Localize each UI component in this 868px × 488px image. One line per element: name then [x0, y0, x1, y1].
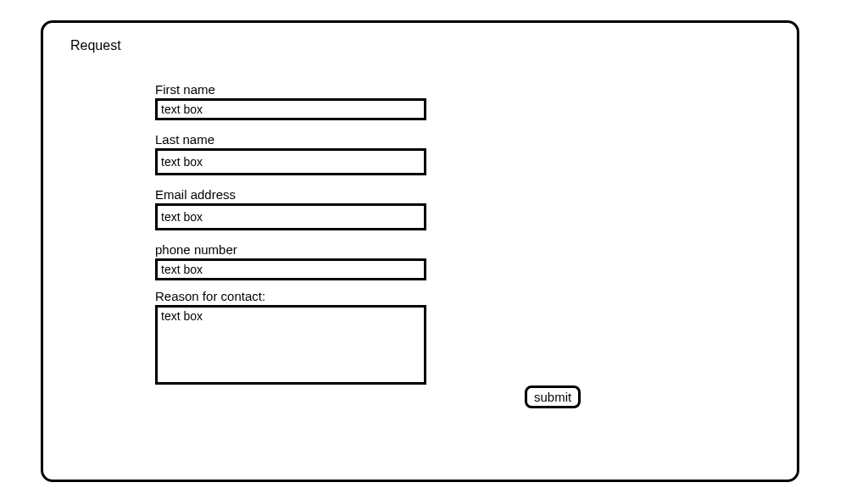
email-input[interactable]: text box	[155, 203, 426, 230]
reason-input[interactable]: text box	[155, 305, 426, 385]
email-label: Email address	[155, 187, 426, 202]
reason-label: Reason for contact:	[155, 289, 426, 303]
email-value: text box	[161, 210, 203, 224]
phone-value: text box	[161, 263, 203, 276]
last-name-label: Last name	[155, 132, 426, 147]
reason-value: text box	[161, 309, 203, 323]
first-name-input[interactable]: text box	[155, 98, 426, 120]
last-name-input[interactable]: text box	[155, 148, 426, 175]
first-name-field: First name text box	[155, 82, 426, 120]
panel-title: Request	[70, 38, 121, 53]
phone-field: phone number text box	[155, 242, 426, 280]
submit-button[interactable]: submit	[525, 385, 581, 408]
reason-field: Reason for contact: text box	[155, 289, 426, 385]
email-field: Email address text box	[155, 187, 426, 230]
request-panel: Request First name text box Last name te…	[41, 20, 799, 482]
last-name-value: text box	[161, 155, 203, 169]
first-name-value: text box	[161, 103, 203, 116]
last-name-field: Last name text box	[155, 132, 426, 175]
first-name-label: First name	[155, 82, 426, 97]
request-form: First name text box Last name text box E…	[155, 82, 426, 396]
phone-input[interactable]: text box	[155, 258, 426, 280]
phone-label: phone number	[155, 242, 426, 257]
